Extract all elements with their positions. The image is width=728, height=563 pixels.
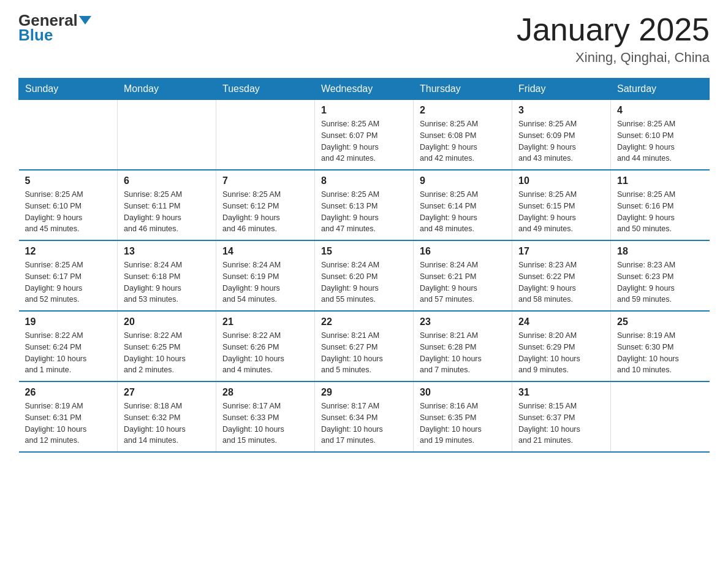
day-info: Sunrise: 8:25 AMSunset: 6:14 PMDaylight:…: [420, 189, 506, 235]
day-info: Sunrise: 8:17 AMSunset: 6:34 PMDaylight:…: [321, 400, 407, 446]
table-row: 25Sunrise: 8:19 AMSunset: 6:30 PMDayligh…: [611, 311, 710, 381]
day-number: 15: [321, 246, 407, 257]
table-row: 21Sunrise: 8:22 AMSunset: 6:26 PMDayligh…: [216, 311, 315, 381]
table-row: 27Sunrise: 8:18 AMSunset: 6:32 PMDayligh…: [118, 381, 216, 452]
table-row: 7Sunrise: 8:25 AMSunset: 6:12 PMDaylight…: [216, 170, 315, 240]
day-info: Sunrise: 8:16 AMSunset: 6:35 PMDaylight:…: [420, 400, 506, 446]
day-info: Sunrise: 8:22 AMSunset: 6:26 PMDaylight:…: [222, 330, 308, 376]
day-info: Sunrise: 8:19 AMSunset: 6:31 PMDaylight:…: [25, 400, 112, 446]
day-info: Sunrise: 8:21 AMSunset: 6:28 PMDaylight:…: [420, 330, 506, 376]
day-number: 5: [25, 175, 112, 186]
day-number: 11: [617, 175, 703, 186]
day-number: 14: [222, 246, 308, 257]
day-info: Sunrise: 8:25 AMSunset: 6:17 PMDaylight:…: [25, 259, 112, 305]
calendar-title: January 2025: [517, 12, 710, 47]
day-number: 18: [617, 246, 703, 257]
day-info: Sunrise: 8:25 AMSunset: 6:15 PMDaylight:…: [518, 189, 604, 235]
table-row: 12Sunrise: 8:25 AMSunset: 6:17 PMDayligh…: [19, 240, 118, 311]
day-info: Sunrise: 8:24 AMSunset: 6:20 PMDaylight:…: [321, 259, 407, 305]
table-row: 19Sunrise: 8:22 AMSunset: 6:24 PMDayligh…: [19, 311, 118, 381]
calendar-week-row: 26Sunrise: 8:19 AMSunset: 6:31 PMDayligh…: [19, 381, 710, 452]
calendar-week-row: 19Sunrise: 8:22 AMSunset: 6:24 PMDayligh…: [19, 311, 710, 381]
day-info: Sunrise: 8:23 AMSunset: 6:23 PMDaylight:…: [617, 259, 703, 305]
table-row: 30Sunrise: 8:16 AMSunset: 6:35 PMDayligh…: [414, 381, 512, 452]
day-number: 26: [25, 387, 112, 398]
table-row: 31Sunrise: 8:15 AMSunset: 6:37 PMDayligh…: [512, 381, 611, 452]
table-row: 24Sunrise: 8:20 AMSunset: 6:29 PMDayligh…: [512, 311, 611, 381]
day-info: Sunrise: 8:22 AMSunset: 6:25 PMDaylight:…: [124, 330, 210, 376]
page-header: General Blue January 2025 Xining, Qingha…: [18, 12, 710, 66]
day-info: Sunrise: 8:19 AMSunset: 6:30 PMDaylight:…: [617, 330, 703, 376]
table-row: 2Sunrise: 8:25 AMSunset: 6:08 PMDaylight…: [414, 100, 512, 170]
col-friday: Friday: [512, 79, 611, 100]
day-info: Sunrise: 8:24 AMSunset: 6:21 PMDaylight:…: [420, 259, 506, 305]
col-monday: Monday: [118, 79, 216, 100]
day-info: Sunrise: 8:15 AMSunset: 6:37 PMDaylight:…: [518, 400, 604, 446]
day-number: 2: [420, 105, 506, 116]
day-number: 30: [420, 387, 506, 398]
day-info: Sunrise: 8:18 AMSunset: 6:32 PMDaylight:…: [124, 400, 210, 446]
table-row: 3Sunrise: 8:25 AMSunset: 6:09 PMDaylight…: [512, 100, 611, 170]
day-info: Sunrise: 8:25 AMSunset: 6:13 PMDaylight:…: [321, 189, 407, 235]
logo-arrow-icon: [79, 16, 91, 25]
day-info: Sunrise: 8:25 AMSunset: 6:10 PMDaylight:…: [617, 118, 703, 164]
day-number: 17: [518, 246, 604, 257]
day-number: 29: [321, 387, 407, 398]
calendar-week-row: 12Sunrise: 8:25 AMSunset: 6:17 PMDayligh…: [19, 240, 710, 311]
day-info: Sunrise: 8:25 AMSunset: 6:11 PMDaylight:…: [124, 189, 210, 235]
day-info: Sunrise: 8:25 AMSunset: 6:09 PMDaylight:…: [518, 118, 604, 164]
day-number: 4: [617, 105, 703, 116]
table-row: 26Sunrise: 8:19 AMSunset: 6:31 PMDayligh…: [19, 381, 118, 452]
calendar-week-row: 1Sunrise: 8:25 AMSunset: 6:07 PMDaylight…: [19, 100, 710, 170]
table-row: 5Sunrise: 8:25 AMSunset: 6:10 PMDaylight…: [19, 170, 118, 240]
calendar-week-row: 5Sunrise: 8:25 AMSunset: 6:10 PMDaylight…: [19, 170, 710, 240]
day-number: 9: [420, 175, 506, 186]
logo: General Blue: [18, 12, 91, 45]
day-info: Sunrise: 8:25 AMSunset: 6:07 PMDaylight:…: [321, 118, 407, 164]
day-info: Sunrise: 8:24 AMSunset: 6:18 PMDaylight:…: [124, 259, 210, 305]
table-row: 11Sunrise: 8:25 AMSunset: 6:16 PMDayligh…: [611, 170, 710, 240]
table-row: 16Sunrise: 8:24 AMSunset: 6:21 PMDayligh…: [414, 240, 512, 311]
day-number: 31: [518, 387, 604, 398]
day-number: 12: [25, 246, 112, 257]
title-block: January 2025 Xining, Qinghai, China: [517, 12, 710, 66]
table-row: 14Sunrise: 8:24 AMSunset: 6:19 PMDayligh…: [216, 240, 315, 311]
table-row: 20Sunrise: 8:22 AMSunset: 6:25 PMDayligh…: [118, 311, 216, 381]
day-number: 25: [617, 316, 703, 327]
day-number: 21: [222, 316, 308, 327]
col-sunday: Sunday: [19, 79, 118, 100]
table-row: 18Sunrise: 8:23 AMSunset: 6:23 PMDayligh…: [611, 240, 710, 311]
calendar-header-row: Sunday Monday Tuesday Wednesday Thursday…: [19, 79, 710, 100]
day-info: Sunrise: 8:25 AMSunset: 6:08 PMDaylight:…: [420, 118, 506, 164]
table-row: 4Sunrise: 8:25 AMSunset: 6:10 PMDaylight…: [611, 100, 710, 170]
day-number: 6: [124, 175, 210, 186]
table-row: 23Sunrise: 8:21 AMSunset: 6:28 PMDayligh…: [414, 311, 512, 381]
day-number: 3: [518, 105, 604, 116]
table-row: [216, 100, 315, 170]
day-number: 28: [222, 387, 308, 398]
table-row: 15Sunrise: 8:24 AMSunset: 6:20 PMDayligh…: [315, 240, 414, 311]
table-row: [19, 100, 118, 170]
table-row: 9Sunrise: 8:25 AMSunset: 6:14 PMDaylight…: [414, 170, 512, 240]
day-info: Sunrise: 8:25 AMSunset: 6:12 PMDaylight:…: [222, 189, 308, 235]
table-row: [118, 100, 216, 170]
logo-blue-text: Blue: [18, 26, 53, 45]
table-row: 1Sunrise: 8:25 AMSunset: 6:07 PMDaylight…: [315, 100, 414, 170]
day-info: Sunrise: 8:22 AMSunset: 6:24 PMDaylight:…: [25, 330, 112, 376]
col-tuesday: Tuesday: [216, 79, 315, 100]
day-number: 1: [321, 105, 407, 116]
table-row: 22Sunrise: 8:21 AMSunset: 6:27 PMDayligh…: [315, 311, 414, 381]
day-info: Sunrise: 8:23 AMSunset: 6:22 PMDaylight:…: [518, 259, 604, 305]
table-row: 6Sunrise: 8:25 AMSunset: 6:11 PMDaylight…: [118, 170, 216, 240]
day-number: 19: [25, 316, 112, 327]
day-number: 24: [518, 316, 604, 327]
day-info: Sunrise: 8:17 AMSunset: 6:33 PMDaylight:…: [222, 400, 308, 446]
col-thursday: Thursday: [414, 79, 512, 100]
day-info: Sunrise: 8:24 AMSunset: 6:19 PMDaylight:…: [222, 259, 308, 305]
day-number: 16: [420, 246, 506, 257]
day-number: 22: [321, 316, 407, 327]
day-number: 10: [518, 175, 604, 186]
day-info: Sunrise: 8:25 AMSunset: 6:10 PMDaylight:…: [25, 189, 112, 235]
table-row: 10Sunrise: 8:25 AMSunset: 6:15 PMDayligh…: [512, 170, 611, 240]
calendar-subtitle: Xining, Qinghai, China: [517, 50, 710, 66]
